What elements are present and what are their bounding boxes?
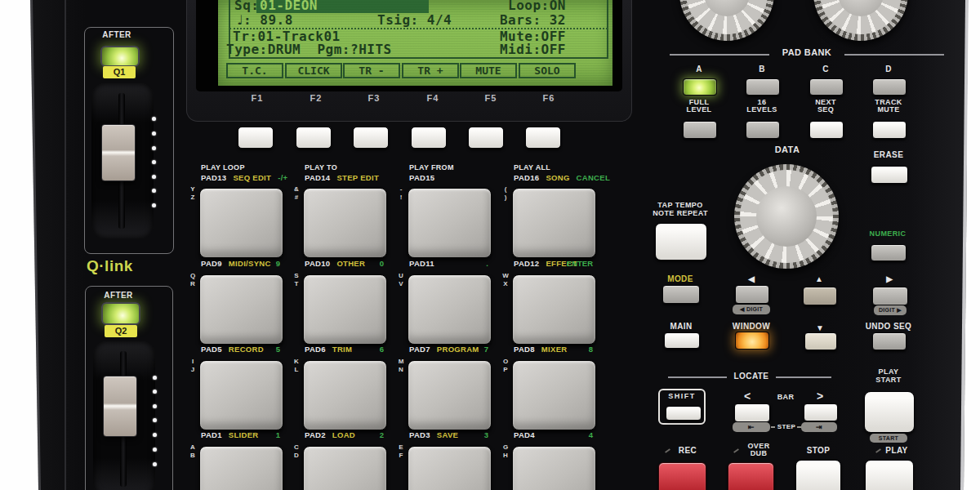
pad-letter: Q bbox=[189, 272, 197, 279]
slider-dot bbox=[153, 404, 157, 408]
lcd-border-bottom bbox=[229, 57, 608, 59]
pad-letter: B bbox=[189, 452, 197, 459]
shift-button[interactable] bbox=[666, 406, 702, 421]
pad-function-label: PAD14STEP EDIT bbox=[305, 173, 379, 182]
window-button[interactable] bbox=[735, 332, 769, 350]
mode-button[interactable] bbox=[662, 285, 700, 304]
lcd-softkey-f5: MUTE bbox=[460, 63, 517, 78]
pad-letter: A bbox=[189, 443, 197, 451]
lcd-softkey-f4: TR + bbox=[402, 63, 459, 78]
pad-letter: ! bbox=[397, 194, 405, 201]
tsig-value: Tsig: 4/4 bbox=[377, 13, 452, 28]
pad-pad15[interactable] bbox=[408, 188, 492, 258]
pad-pad9[interactable] bbox=[199, 274, 283, 345]
pad-pad14[interactable] bbox=[303, 188, 387, 258]
bank-button-c[interactable] bbox=[809, 78, 844, 96]
func-label: MUTE bbox=[869, 105, 908, 114]
cursor-up-button[interactable] bbox=[803, 287, 837, 305]
slider-dot bbox=[152, 203, 156, 207]
pad-letter: P bbox=[501, 366, 510, 373]
bank-button-a[interactable] bbox=[683, 78, 717, 96]
pad-pad2[interactable] bbox=[303, 446, 387, 490]
qlink-fader-2[interactable] bbox=[103, 376, 137, 437]
play-start-label-1: PLAY bbox=[864, 368, 913, 376]
main-button[interactable] bbox=[664, 332, 700, 349]
play-button[interactable] bbox=[865, 460, 914, 490]
button-full-level[interactable] bbox=[683, 121, 717, 139]
after-led-button-1[interactable] bbox=[100, 46, 140, 67]
pad-letter: Z bbox=[189, 194, 197, 201]
function-button-f3[interactable] bbox=[353, 127, 389, 149]
pad-numeric-label: 9 bbox=[201, 259, 280, 268]
bank-button-d[interactable] bbox=[872, 78, 906, 96]
pad-pad7[interactable] bbox=[408, 360, 492, 430]
tap-tempo-label-1: TAP TEMPO bbox=[652, 201, 709, 209]
main-label: MAIN bbox=[664, 322, 698, 331]
after-led-button-2[interactable] bbox=[101, 302, 140, 325]
bar-left-button[interactable] bbox=[734, 403, 770, 422]
button-track-mute[interactable] bbox=[872, 121, 906, 139]
pad-pad4[interactable] bbox=[512, 446, 596, 490]
button-next-seq[interactable] bbox=[809, 121, 844, 139]
function-button-f1[interactable] bbox=[238, 127, 274, 149]
locate-title: LOCATE bbox=[733, 372, 770, 381]
data-wheel[interactable] bbox=[734, 164, 839, 269]
fkey-label-f1: F1 bbox=[241, 93, 274, 103]
pad-pad5[interactable] bbox=[199, 360, 283, 430]
stop-button[interactable] bbox=[795, 460, 841, 490]
step-label: STEP bbox=[775, 423, 798, 430]
pad-play-label: PLAY TO bbox=[305, 163, 337, 172]
pad-pad12[interactable] bbox=[512, 274, 596, 345]
tap-tempo-button[interactable] bbox=[655, 223, 707, 261]
pad-pad1[interactable] bbox=[199, 446, 283, 490]
bank-button-b[interactable] bbox=[746, 78, 780, 96]
shift-label: SHIFT bbox=[660, 392, 704, 400]
pad-pad11[interactable] bbox=[408, 274, 492, 345]
cursor-right-button[interactable] bbox=[872, 287, 908, 305]
pad-pad8[interactable] bbox=[512, 360, 596, 430]
pad-pad13[interactable] bbox=[199, 188, 283, 258]
pad-letter: ) bbox=[501, 194, 510, 201]
pad-pad16[interactable] bbox=[512, 188, 596, 258]
pad-pad10[interactable] bbox=[303, 274, 387, 345]
pad-pad6[interactable] bbox=[303, 360, 387, 430]
cursor-left-button[interactable] bbox=[735, 285, 769, 304]
pad-id-label: PAD15 bbox=[409, 173, 434, 182]
pad-function-label: PAD15 bbox=[409, 173, 434, 182]
cursor-down-button[interactable] bbox=[804, 332, 837, 350]
pad-mode-label: STEP EDIT bbox=[336, 173, 379, 182]
numeric-label: NUMERIC bbox=[867, 229, 908, 238]
pad-pad3[interactable] bbox=[408, 446, 492, 490]
slider-dot bbox=[152, 160, 156, 164]
button-16-levels[interactable] bbox=[746, 121, 780, 139]
lcd-softkey-f1: T.C. bbox=[226, 63, 283, 78]
play-start-button[interactable] bbox=[864, 391, 915, 433]
function-button-f4[interactable] bbox=[411, 127, 447, 149]
function-button-f5[interactable] bbox=[468, 127, 504, 149]
undo-seq-button[interactable] bbox=[872, 332, 906, 350]
bar-right-button[interactable] bbox=[804, 403, 838, 421]
function-button-f2[interactable] bbox=[296, 127, 332, 149]
bank-label-c: C bbox=[809, 65, 842, 74]
overdub-button[interactable] bbox=[728, 462, 774, 490]
fkey-label-f5: F5 bbox=[474, 93, 507, 103]
pad-bank-line-right bbox=[844, 54, 944, 56]
bank-label-b: B bbox=[746, 65, 778, 74]
rec-button[interactable] bbox=[658, 462, 706, 490]
pad-numeric-label: 1 bbox=[201, 430, 280, 439]
seq-value: 01-DEON bbox=[260, 0, 318, 13]
mode-label: MODE bbox=[662, 274, 698, 283]
midi-value: Midi:OFF bbox=[488, 42, 566, 57]
slider-dot bbox=[152, 117, 156, 121]
play-start-label-2: START bbox=[864, 376, 913, 384]
pad-numeric-label: . bbox=[409, 259, 488, 268]
q1-badge: Q1 bbox=[103, 66, 136, 78]
after-label-2: AFTER bbox=[94, 291, 143, 300]
bank-label-d: D bbox=[872, 65, 905, 74]
function-button-f6[interactable] bbox=[525, 127, 561, 149]
qlink-fader-1[interactable] bbox=[101, 124, 136, 181]
erase-button[interactable] bbox=[871, 166, 908, 184]
cursor-left-icon: ◀ bbox=[733, 274, 769, 283]
numeric-button[interactable] bbox=[871, 244, 906, 261]
panel-seam bbox=[65, 0, 66, 490]
